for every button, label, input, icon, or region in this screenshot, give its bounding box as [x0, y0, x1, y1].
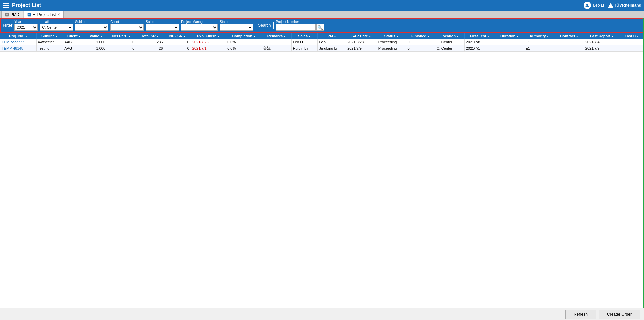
bottom-bar: Refresh Creater Order — [0, 308, 644, 320]
green-side-bar — [643, 18, 644, 308]
cell-contract — [555, 45, 584, 52]
cell-np-sr: 0 — [164, 45, 191, 52]
col-proj-no[interactable]: Proj. No.▼ — [0, 33, 37, 39]
filter-label: Filter — [3, 23, 12, 28]
table-header-row: Proj. No.▼ Subline▼ Client▼ Value▼ Net P… — [0, 33, 644, 39]
table-row: TEMP-555555 4-wheeler AAG 1,000 0 236 0 … — [0, 39, 644, 45]
tuv-logo-text: TÜVRheinland — [614, 3, 641, 8]
col-last-report[interactable]: Last Report▼ — [584, 33, 620, 39]
tab-project-list-label: F_ProjectList — [33, 12, 56, 17]
cell-exp-finish: 2021/7/1 — [191, 45, 226, 52]
status-select[interactable] — [220, 24, 253, 31]
col-contract[interactable]: Contract▼ — [555, 33, 584, 39]
pm-label: Project Manager — [181, 20, 218, 24]
filter-group-year: Year 2021 2020 2022 — [14, 20, 38, 31]
cell-finished: 0 — [406, 39, 435, 45]
table-wrapper: Proj. No.▼ Subline▼ Client▼ Value▼ Net P… — [0, 33, 644, 311]
col-exp-finish[interactable]: Exp. Finish▼ — [191, 33, 226, 39]
cell-completion: 0.0% — [226, 39, 262, 45]
cell-duration — [495, 45, 524, 52]
doc-icon — [5, 13, 9, 17]
col-status[interactable]: Status▼ — [377, 33, 406, 39]
cell-sap-date: 2021/8/28 — [346, 39, 377, 45]
year-select[interactable]: 2021 2020 2022 — [14, 24, 38, 31]
col-completion[interactable]: Completion▼ — [226, 33, 262, 39]
user-info: Leo Li — [584, 2, 604, 9]
cell-client: AAG — [63, 39, 85, 45]
cell-proj-no[interactable]: TEMP-555555 — [0, 39, 37, 45]
user-avatar-icon — [584, 2, 591, 9]
client-select[interactable] — [110, 24, 144, 31]
col-net-perf[interactable]: Net Perf.▼ — [107, 33, 136, 39]
col-sales[interactable]: Sales▼ — [291, 33, 318, 39]
page-title: Project List — [12, 2, 41, 8]
project-number-input[interactable] — [276, 24, 316, 31]
cell-location: C. Center — [435, 39, 464, 45]
tab-project-list[interactable]: F_ProjectList ✕ — [24, 11, 64, 18]
cell-total-sr: 26 — [136, 45, 164, 52]
project-table: Proj. No.▼ Subline▼ Client▼ Value▼ Net P… — [0, 33, 644, 52]
cell-authority: E1 — [524, 45, 555, 52]
filter-group-client: Client — [110, 20, 144, 31]
filter-group-status: Status — [220, 20, 253, 31]
col-total-sr[interactable]: Total SR▼ — [136, 33, 164, 39]
menu-icon[interactable] — [3, 3, 9, 8]
title-bar: Project List Leo Li TÜVRheinland — [0, 0, 644, 11]
title-bar-left: Project List — [3, 2, 41, 8]
col-first-test[interactable]: First Test▼ — [464, 33, 495, 39]
subline-label: Subline — [75, 20, 108, 24]
filter-bar: Filter Year 2021 2020 2022 Location C. C… — [0, 18, 644, 33]
cell-remarks — [262, 39, 292, 45]
col-duration[interactable]: Duration▼ — [495, 33, 524, 39]
table-row: TEMP-48148 Testing AAG 1,000 0 26 0 2021… — [0, 45, 644, 52]
col-last-c[interactable]: Last C▼ — [620, 33, 644, 39]
sales-select[interactable] — [146, 24, 179, 31]
cell-last-c — [620, 39, 644, 45]
col-client[interactable]: Client▼ — [63, 33, 85, 39]
cell-last-report: 2021/7/4 — [584, 39, 620, 45]
col-pm[interactable]: PM▼ — [318, 33, 346, 39]
subline-select[interactable] — [75, 24, 108, 31]
col-value[interactable]: Value▼ — [85, 33, 107, 39]
status-label: Status — [220, 20, 253, 24]
cell-subline: 4-wheeler — [36, 39, 63, 45]
create-order-button[interactable]: Creater Order — [599, 310, 640, 319]
col-sap-date[interactable]: SAP Date▼ — [346, 33, 377, 39]
col-authority[interactable]: Authority▼ — [524, 33, 555, 39]
cell-sales: Leo Li — [291, 39, 318, 45]
tab-pmd-label: PMD — [10, 12, 19, 17]
cell-pm: Jingbing Li — [318, 45, 346, 52]
filter-group-pm: Project Manager — [181, 20, 218, 31]
search-button[interactable]: Search — [255, 22, 274, 29]
location-select[interactable]: C. Center All — [40, 24, 73, 31]
tab-pmd[interactable]: PMD — [1, 11, 23, 18]
year-label: Year — [14, 20, 38, 24]
filter-group-subline: Subline — [75, 20, 108, 31]
project-number-search-button[interactable]: 🔍 — [316, 24, 324, 31]
refresh-button[interactable]: Refresh — [565, 310, 596, 319]
cell-last-report: 2021/7/9 — [584, 45, 620, 52]
col-location[interactable]: Location▼ — [435, 33, 464, 39]
cell-remarks: 备注 — [262, 45, 292, 52]
list-icon — [27, 13, 31, 17]
pm-select[interactable] — [181, 24, 218, 31]
tab-close-icon[interactable]: ✕ — [57, 13, 60, 16]
cell-status: Proceeding — [377, 45, 406, 52]
cell-value: 1,000 — [85, 45, 107, 52]
cell-sales: Ruibin Lin — [291, 45, 318, 52]
cell-total-sr: 236 — [136, 39, 164, 45]
col-subline[interactable]: Subline▼ — [36, 33, 63, 39]
title-bar-right: Leo Li TÜVRheinland — [584, 2, 641, 9]
cell-sap-date: 2021/7/9 — [346, 45, 377, 52]
col-finished[interactable]: Finished▼ — [406, 33, 435, 39]
sales-label: Sales — [146, 20, 179, 24]
tuv-logo: TÜVRheinland — [608, 3, 641, 8]
col-remarks[interactable]: Remarks▼ — [262, 33, 292, 39]
col-np-sr[interactable]: NP / SR▼ — [164, 33, 191, 39]
cell-completion: 0.0% — [226, 45, 262, 52]
project-number-label: Project Number — [276, 20, 324, 24]
user-name: Leo Li — [593, 3, 604, 8]
cell-location: C. Center — [435, 45, 464, 52]
cell-proj-no[interactable]: TEMP-48148 — [0, 45, 37, 52]
cell-first-test: 2021/7/8 — [464, 39, 495, 45]
